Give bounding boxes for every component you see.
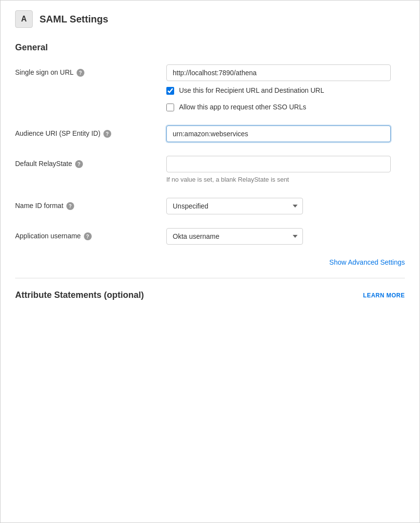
name-id-format-select[interactable]: Unspecified EmailAddress Persistent Tran… — [166, 198, 303, 214]
page-title: SAML Settings — [40, 14, 108, 25]
audience-uri-row: Audience URI (SP Entity ID) ? — [15, 126, 405, 142]
default-relay-state-control: If no value is set, a blank RelayState i… — [166, 156, 405, 184]
advanced-settings-row: Show Advanced Settings — [15, 258, 405, 266]
default-relay-state-help-icon[interactable]: ? — [75, 160, 83, 168]
attribute-statements-title: Attribute Statements (optional) — [15, 290, 144, 300]
name-id-format-label: Name ID format ? — [15, 198, 166, 210]
other-sso-label: Allow this app to request other SSO URLs — [179, 103, 306, 112]
learn-more-link[interactable]: LEARN MORE — [363, 292, 405, 299]
other-sso-checkbox-row: Allow this app to request other SSO URLs — [166, 103, 405, 112]
recipient-url-label: Use this for Recipient URL and Destinati… — [179, 86, 324, 96]
audience-uri-help-icon[interactable]: ? — [103, 130, 111, 138]
page-header: A SAML Settings — [15, 10, 405, 28]
name-id-format-row: Name ID format ? Unspecified EmailAddres… — [15, 198, 405, 214]
single-sign-on-help-icon[interactable]: ? — [77, 69, 84, 77]
single-sign-on-url-input[interactable] — [166, 64, 391, 81]
other-sso-checkbox[interactable] — [166, 104, 174, 111]
default-relay-state-input[interactable] — [166, 156, 391, 172]
section-divider — [15, 278, 405, 278]
general-section: General Single sign on URL ? Use this fo… — [15, 42, 405, 266]
application-username-label: Application username ? — [15, 228, 166, 240]
audience-uri-control — [166, 126, 405, 142]
recipient-url-checkbox-row: Use this for Recipient URL and Destinati… — [166, 86, 405, 96]
name-id-format-help-icon[interactable]: ? — [66, 202, 74, 210]
single-sign-on-checkboxes: Use this for Recipient URL and Destinati… — [166, 86, 405, 112]
single-sign-on-url-control: Use this for Recipient URL and Destinati… — [166, 64, 405, 112]
show-advanced-settings-link[interactable]: Show Advanced Settings — [329, 258, 405, 266]
single-sign-on-url-row: Single sign on URL ? Use this for Recipi… — [15, 64, 405, 112]
single-sign-on-url-label: Single sign on URL ? — [15, 64, 166, 77]
application-username-help-icon[interactable]: ? — [84, 232, 92, 240]
default-relay-state-hint: If no value is set, a blank RelayState i… — [166, 175, 391, 184]
application-username-select[interactable]: Okta username Email Custom — [166, 228, 303, 245]
audience-uri-input[interactable] — [166, 126, 391, 142]
application-username-control: Okta username Email Custom — [166, 228, 405, 245]
name-id-format-control: Unspecified EmailAddress Persistent Tran… — [166, 198, 405, 214]
application-username-row: Application username ? Okta username Ema… — [15, 228, 405, 245]
default-relay-state-row: Default RelayState ? If no value is set,… — [15, 156, 405, 184]
default-relay-state-label: Default RelayState ? — [15, 156, 166, 168]
section-title: General — [15, 42, 405, 53]
audience-uri-label: Audience URI (SP Entity ID) ? — [15, 126, 166, 138]
recipient-url-checkbox[interactable] — [166, 87, 174, 95]
header-badge: A — [15, 10, 33, 28]
attribute-statements-header: Attribute Statements (optional) LEARN MO… — [15, 290, 405, 300]
